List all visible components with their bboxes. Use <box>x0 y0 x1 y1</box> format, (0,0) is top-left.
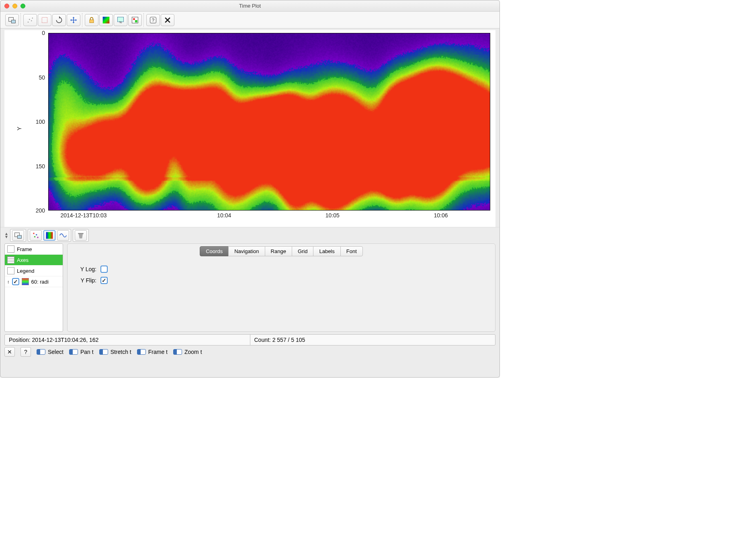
layer-sidebar: Frame Axes Legend ↕ 60: radi <box>4 243 63 332</box>
function-layer-icon[interactable] <box>57 230 69 241</box>
titlebar: Time Plot <box>0 0 499 12</box>
svg-rect-7 <box>90 20 94 22</box>
sidebar-item-label: Axes <box>17 257 29 263</box>
dismiss-button[interactable]: ✕ <box>4 347 15 357</box>
tab-range[interactable]: Range <box>265 246 292 256</box>
ylog-checkbox[interactable] <box>100 266 108 273</box>
close-glyph: ✕ <box>7 349 12 355</box>
bottom-action-bar: ✕ ? Select Pan t Stretch t Frame t Zoom … <box>0 345 499 359</box>
sidebar-item-label: 60: radi <box>31 279 49 285</box>
sidebar-item-label: Frame <box>17 246 32 252</box>
count-readout: Count: 2 557 / 5 105 <box>250 335 495 345</box>
layer-visible-checkbox[interactable] <box>12 278 19 285</box>
x-axis-ticks: 2014-12-13T10:03 10:04 10:05 10:06 <box>48 212 490 221</box>
scatter-mode-icon[interactable] <box>23 14 37 26</box>
colormap-icon[interactable] <box>99 14 113 26</box>
mode-icon <box>137 349 146 355</box>
svg-point-20 <box>34 236 35 237</box>
window-title: Time Plot <box>0 3 499 9</box>
svg-point-5 <box>32 17 33 18</box>
help-glyph: ? <box>24 349 27 355</box>
frame-icon <box>7 245 14 253</box>
x-tick: 2014-12-13T10:03 <box>60 212 106 221</box>
y-axis-label: Y <box>16 127 23 130</box>
status-bar: Position: 2014-12-13T10:04:26, 162 Count… <box>4 334 495 345</box>
tab-font[interactable]: Font <box>340 246 363 256</box>
tab-grid[interactable]: Grid <box>292 246 314 256</box>
app-window: Time Plot <box>0 0 500 378</box>
svg-rect-23 <box>78 233 83 234</box>
config-icon[interactable] <box>5 14 19 26</box>
spectrogram-heatmap[interactable] <box>48 33 490 211</box>
sidebar-item-legend[interactable]: Legend <box>5 266 63 276</box>
svg-point-19 <box>36 234 37 235</box>
select-region-icon[interactable] <box>38 14 51 26</box>
yflip-label: Y Flip: <box>75 277 96 284</box>
layer-config-icon[interactable] <box>12 230 24 241</box>
layer-controls-strip: ▲▼ <box>0 227 499 243</box>
mode-frame-t[interactable]: Frame t <box>137 349 168 355</box>
svg-rect-6 <box>42 17 47 22</box>
sidebar-item-axes[interactable]: Axes <box>5 255 63 266</box>
mode-zoom-t[interactable]: Zoom t <box>173 349 202 355</box>
mode-label: Pan t <box>80 349 94 355</box>
mode-label: Frame t <box>148 349 168 355</box>
ylog-label: Y Log: <box>75 266 96 272</box>
sidebar-item-layer-60[interactable]: ↕ 60: radi <box>5 276 63 287</box>
lock-icon[interactable] <box>85 14 98 26</box>
mode-stretch-t[interactable]: Stretch t <box>99 349 131 355</box>
plot-area[interactable]: Y 0 50 100 150 200 2014-12-13T10:03 10:0… <box>4 30 495 227</box>
mode-icon <box>37 349 45 355</box>
mode-icon <box>173 349 182 355</box>
axes-icon <box>7 256 14 264</box>
config-body: Y Log: Y Flip: <box>72 260 491 327</box>
mode-label: Select <box>48 349 63 355</box>
reorder-icon[interactable]: ↕ <box>7 280 10 283</box>
mode-pan-t[interactable]: Pan t <box>69 349 94 355</box>
mode-icon <box>69 349 78 355</box>
position-readout: Position: 2014-12-13T10:04:26, 162 <box>5 335 250 345</box>
mode-select[interactable]: Select <box>37 349 63 355</box>
svg-rect-13 <box>135 20 137 22</box>
svg-rect-8 <box>103 16 110 23</box>
tab-coords[interactable]: Coords <box>200 246 229 256</box>
x-tick: 10:04 <box>217 212 231 221</box>
svg-rect-17 <box>17 235 21 239</box>
tab-navigation[interactable]: Navigation <box>228 246 265 256</box>
help-icon[interactable]: ? <box>146 14 160 26</box>
sidebar-item-label: Legend <box>17 268 34 274</box>
export-icon[interactable] <box>128 14 142 26</box>
move-icon[interactable] <box>67 14 80 26</box>
replot-icon[interactable] <box>52 14 66 26</box>
delete-layer-icon[interactable] <box>75 230 87 241</box>
config-panel: Coords Navigation Range Grid Labels Font… <box>67 243 495 332</box>
config-tabbar: Coords Navigation Range Grid Labels Font <box>200 246 363 256</box>
config-row: Frame Axes Legend ↕ 60: radi Coords Navi… <box>4 243 495 332</box>
tab-labels[interactable]: Labels <box>313 246 340 256</box>
svg-rect-1 <box>11 20 15 23</box>
svg-point-21 <box>37 237 38 238</box>
mode-label: Stretch t <box>111 349 131 355</box>
svg-point-18 <box>33 233 34 234</box>
svg-text:%: % <box>119 21 122 24</box>
points-layer-icon[interactable] <box>30 230 42 241</box>
close-plot-icon[interactable] <box>161 14 174 26</box>
help-button[interactable]: ? <box>20 347 31 357</box>
x-tick: 10:05 <box>325 212 340 221</box>
axis-range-icon[interactable]: % <box>114 14 127 26</box>
expand-arrows-icon[interactable]: ▲▼ <box>4 232 8 239</box>
mode-icon <box>99 349 108 355</box>
heatmap-thumb-icon <box>22 278 29 285</box>
x-tick: 10:06 <box>434 212 448 221</box>
density-layer-icon[interactable] <box>43 230 55 241</box>
sidebar-item-frame[interactable]: Frame <box>5 244 63 255</box>
mode-label: Zoom t <box>184 349 202 355</box>
main-toolbar: % ? <box>0 12 499 29</box>
y-axis-ticks: 0 50 100 150 200 <box>29 33 45 211</box>
legend-icon <box>7 267 14 274</box>
svg-point-4 <box>31 20 32 21</box>
svg-point-2 <box>28 21 29 22</box>
yflip-checkbox[interactable] <box>100 277 108 284</box>
svg-point-3 <box>29 19 30 20</box>
svg-rect-22 <box>46 232 53 239</box>
